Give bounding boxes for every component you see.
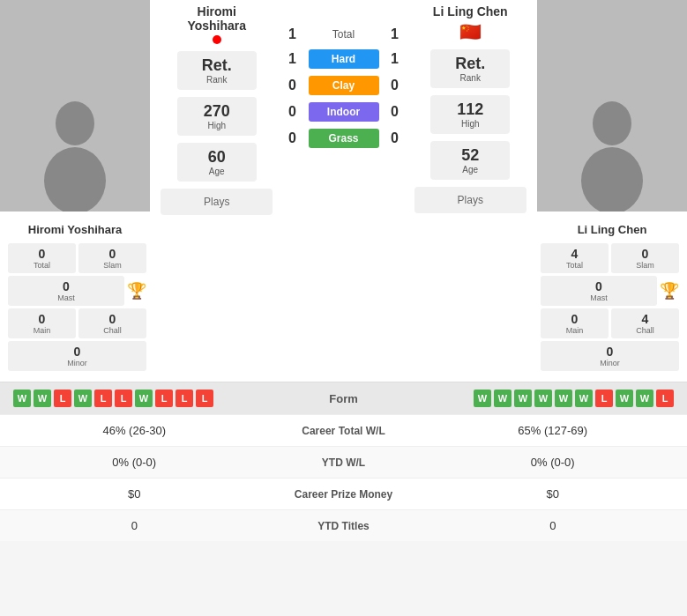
grass-right: 0 — [386, 130, 404, 146]
indoor-right: 0 — [386, 104, 404, 120]
players-section: Hiromi Yoshihara Ret. Rank 270 High 60 A… — [0, 0, 687, 219]
player2-rank-val: Ret. — [436, 55, 504, 73]
form-badge: W — [575, 390, 593, 407]
stats-row: 0 YTD Titles 0 — [0, 509, 687, 541]
player1-flag-dot — [213, 35, 221, 44]
player1-minor-stat: 0 Minor — [8, 341, 146, 371]
clay-badge: Clay — [309, 76, 379, 95]
player1-mast-stat: 0 Mast — [8, 276, 124, 306]
player1-name-below: Hiromi Yoshihara — [0, 219, 150, 240]
player1-silhouette — [31, 97, 119, 212]
form-badge: L — [155, 390, 173, 407]
stats-row: 46% (26-30) Career Total W/L 65% (127-69… — [0, 414, 687, 446]
player1-chall-stat: 0 Chall — [78, 308, 146, 338]
player1-form-badges: WWLWLLWLLL — [13, 390, 213, 407]
form-badge: L — [115, 390, 132, 407]
stat-left-val: $0 — [13, 487, 256, 501]
svg-point-0 — [56, 101, 94, 145]
form-badge: L — [656, 390, 674, 407]
stat-right-val: 65% (127-69) — [432, 424, 675, 437]
stats-row: $0 Career Prize Money $0 — [0, 478, 687, 509]
player-names-row: Hiromi Yoshihara Li Ling Chen — [0, 219, 687, 240]
player1-rank-val: Ret. — [183, 56, 251, 75]
player2-high-box: 112 High — [430, 95, 510, 134]
player-bottom-stats-row: 0 Total 0 Slam 0 Mast 🏆 0 Main 0 Chall 0 — [0, 240, 687, 382]
form-badge: W — [636, 390, 653, 407]
player2-high-label: High — [436, 119, 504, 129]
stat-right-val: 0% (0-0) — [432, 456, 675, 469]
player2-photo — [537, 0, 687, 212]
form-section: WWLWLLWLLL Form WWWWWWLWWL — [0, 382, 687, 414]
player2-name: Li Ling Chen — [433, 4, 508, 19]
player1-age-val: 60 — [183, 148, 251, 167]
form-badge: W — [474, 390, 491, 407]
total-label: Total — [309, 28, 379, 41]
player1-plays: Plays — [161, 189, 273, 215]
form-label: Form — [329, 392, 358, 405]
form-badge: W — [534, 390, 552, 407]
trophy-icon-left: 🏆 — [127, 276, 146, 306]
center-col: 1 Total 1 1 Hard 1 0 Clay 0 0 Indoor 0 — [284, 0, 404, 219]
player2-plays: Plays — [414, 187, 526, 213]
player2-main-stat: 0 Main — [541, 308, 609, 338]
clay-left: 0 — [284, 78, 302, 93]
form-badge: W — [74, 390, 92, 407]
player2-high-val: 112 — [436, 100, 504, 119]
trophy-icon-right: 🏆 — [660, 276, 679, 306]
form-badge: W — [135, 390, 153, 407]
form-badge: W — [494, 390, 512, 407]
stat-center-label: YTD Titles — [256, 520, 432, 532]
stat-right-val: $0 — [432, 487, 675, 501]
stat-left-val: 0% (0-0) — [13, 456, 256, 469]
form-badge: W — [34, 390, 51, 407]
indoor-left: 0 — [284, 104, 302, 120]
player1-rank-label: Rank — [183, 75, 251, 85]
form-badge: L — [94, 390, 112, 407]
player1-slam-stat: 0 Slam — [78, 243, 146, 273]
player2-minor-stat: 0 Minor — [541, 341, 679, 371]
form-badge: W — [514, 390, 532, 407]
player2-form-badges: WWWWWWLWWL — [474, 390, 674, 407]
stats-table: 46% (26-30) Career Total W/L 65% (127-69… — [0, 414, 687, 541]
player1-high-val: 270 — [183, 102, 251, 121]
stat-center-label: YTD W/L — [256, 456, 432, 469]
hard-badge: Hard — [309, 49, 379, 69]
total-left: 1 — [284, 26, 302, 42]
form-badge: L — [54, 390, 71, 407]
player1-rank-box: Ret. Rank — [177, 51, 257, 90]
form-badge: W — [555, 390, 572, 407]
clay-row: 0 Clay 0 — [284, 76, 404, 95]
stat-center-label: Career Total W/L — [256, 425, 432, 437]
form-badge: L — [175, 390, 193, 407]
player2-bottom-stats: 4 Total 0 Slam 0 Mast 🏆 0 Main 4 Chall 0 — [537, 240, 683, 375]
indoor-badge: Indoor — [309, 102, 379, 122]
player1-name: Hiromi Yoshihara — [187, 4, 246, 33]
total-right: 1 — [386, 26, 404, 42]
player1-bottom-stats: 0 Total 0 Slam 0 Mast 🏆 0 Main 0 Chall 0 — [4, 240, 150, 375]
total-row: 1 Total 1 — [284, 26, 404, 42]
main-container: Hiromi Yoshihara Ret. Rank 270 High 60 A… — [0, 0, 687, 541]
player2-rank-box: Ret. Rank — [430, 49, 510, 88]
stat-right-val: 0 — [432, 519, 675, 532]
player1-age-box: 60 Age — [177, 143, 257, 182]
stat-left-val: 0 — [13, 519, 256, 532]
player2-total-stat: 4 Total — [541, 243, 609, 273]
hard-right: 1 — [386, 51, 404, 67]
player2-silhouette — [568, 97, 656, 212]
player2-info: Li Ling Chen 🇨🇳 Ret. Rank 112 High 52 Ag… — [404, 0, 538, 219]
form-badge: L — [595, 390, 613, 407]
player2-flag: 🇨🇳 — [459, 21, 482, 42]
player1-info: Hiromi Yoshihara Ret. Rank 270 High 60 A… — [150, 0, 284, 219]
player2-age-box: 52 Age — [430, 141, 510, 180]
clay-right: 0 — [386, 78, 404, 93]
player2-rank-label: Rank — [436, 73, 504, 83]
player1-high-label: High — [183, 121, 251, 130]
svg-point-3 — [581, 147, 643, 212]
player1-age-label: Age — [183, 167, 251, 176]
player1-main-stat: 0 Main — [8, 308, 76, 338]
grass-row: 0 Grass 0 — [284, 129, 404, 148]
stat-center-label: Career Prize Money — [256, 488, 432, 501]
player2-mast-stat: 0 Mast — [541, 276, 657, 306]
player1-photo — [0, 0, 150, 212]
form-badge: L — [196, 390, 213, 407]
